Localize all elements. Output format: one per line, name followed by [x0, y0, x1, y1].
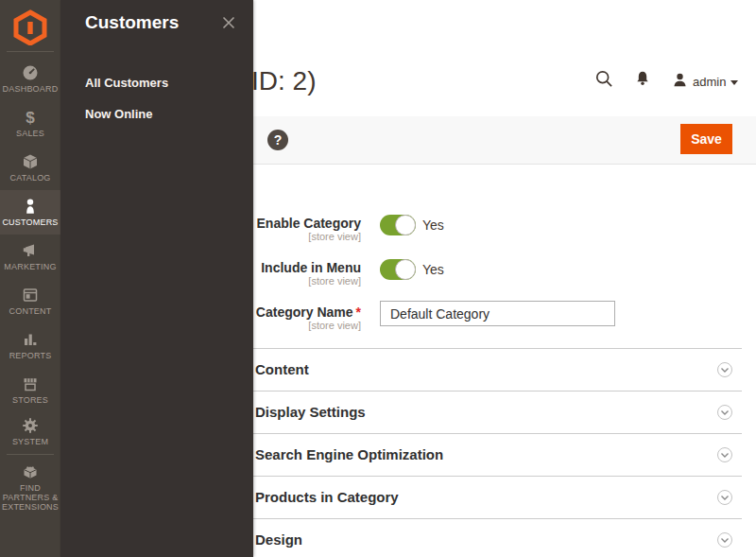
flyout-item-all-customers[interactable]: All Customers — [85, 76, 168, 90]
section-label: Design — [255, 531, 302, 548]
flyout-title: Customers — [85, 12, 179, 33]
section-label: Content — [255, 361, 309, 377]
dollar-sales-icon: $ — [22, 109, 39, 126]
section-design[interactable]: Design — [253, 518, 742, 557]
help-button[interactable]: ? — [267, 130, 288, 150]
admin-sidebar: DASHBOARD $ SALES CATALOG CUSTOMERS MARK… — [0, 0, 60, 557]
sidebar-item-label: CONTENT — [9, 306, 52, 316]
include-in-menu-toggle[interactable] — [380, 259, 416, 280]
layout-content-icon — [22, 287, 39, 304]
sidebar-item-label: SALES — [16, 129, 44, 138]
sidebar-item-label: STORES — [12, 395, 48, 405]
customers-flyout-menu: Customers All Customers Now Online — [60, 0, 253, 557]
sidebar-nav: DASHBOARD $ SALES CATALOG CUSTOMERS MARK… — [0, 57, 60, 515]
sidebar-item-marketing[interactable]: MARKETING — [0, 235, 60, 279]
sidebar-item-label: CATALOG — [9, 173, 50, 183]
accordion-sections: Content Display Settings Search Engine O… — [253, 348, 742, 557]
gear-system-icon — [22, 417, 39, 434]
include-in-menu-value: Yes — [422, 262, 444, 277]
sidebar-item-label: SYSTEM — [12, 437, 48, 446]
sidebar-item-catalog[interactable]: CATALOG — [0, 146, 60, 190]
sidebar-item-label: FIND PARTNERS & EXTENSIONS — [0, 483, 60, 512]
sidebar-divider — [7, 454, 54, 455]
sidebar-item-label: REPORTS — [9, 351, 52, 360]
enable-category-value: Yes — [422, 218, 444, 233]
user-avatar-icon — [672, 72, 688, 92]
section-search-engine-optimization[interactable]: Search Engine Optimization — [253, 433, 742, 476]
person-customers-icon — [22, 198, 39, 215]
sidebar-item-find-partners[interactable]: FIND PARTNERS & EXTENSIONS — [0, 459, 60, 515]
section-products-in-category[interactable]: Products in Category — [253, 476, 742, 518]
svg-text:$: $ — [26, 109, 35, 126]
enable-category-toggle[interactable] — [380, 215, 416, 235]
save-button[interactable]: Save — [680, 124, 732, 154]
sidebar-divider — [7, 51, 54, 52]
chevron-down-circle-icon[interactable] — [717, 490, 732, 505]
close-icon[interactable] — [221, 15, 236, 30]
sidebar-item-dashboard[interactable]: DASHBOARD — [0, 57, 60, 101]
magento-admin-screen: ID: 2) admin ? Save Enable Category [sto… — [0, 0, 756, 557]
chevron-down-icon — [730, 80, 738, 85]
search-icon[interactable] — [595, 70, 613, 92]
page-title: ID: 2) — [251, 66, 316, 96]
cube-catalog-icon — [22, 153, 39, 170]
magento-logo[interactable] — [0, 0, 60, 49]
chevron-down-circle-icon[interactable] — [717, 405, 732, 420]
storefront-stores-icon — [22, 375, 39, 392]
required-asterisk: * — [356, 305, 361, 320]
sidebar-item-label: MARKETING — [4, 262, 56, 271]
admin-user-label: admin — [693, 75, 726, 89]
section-display-settings[interactable]: Display Settings — [253, 391, 742, 433]
sidebar-item-reports[interactable]: REPORTS — [0, 323, 60, 368]
chevron-down-circle-icon[interactable] — [717, 447, 732, 462]
bar-chart-reports-icon — [22, 331, 39, 348]
notifications-bell-icon[interactable] — [634, 70, 651, 91]
chevron-down-circle-icon[interactable] — [717, 532, 732, 548]
chevron-down-circle-icon[interactable] — [717, 362, 732, 377]
sidebar-item-label: CUSTOMERS — [2, 218, 58, 227]
sidebar-item-content[interactable]: CONTENT — [0, 279, 60, 323]
section-label: Display Settings — [255, 404, 366, 420]
section-label: Search Engine Optimization — [255, 446, 443, 462]
toggle-knob — [395, 259, 416, 280]
brick-partners-icon — [22, 463, 39, 480]
admin-user-menu[interactable]: admin — [672, 72, 738, 92]
sidebar-item-system[interactable]: SYSTEM — [0, 412, 60, 450]
sidebar-item-customers[interactable]: CUSTOMERS — [0, 190, 60, 235]
section-content[interactable]: Content — [253, 348, 742, 391]
sidebar-item-label: DASHBOARD — [3, 84, 59, 94]
category-name-input[interactable] — [380, 301, 615, 326]
flyout-item-now-online[interactable]: Now Online — [85, 107, 153, 121]
section-label: Products in Category — [255, 489, 399, 505]
sidebar-item-stores[interactable]: STORES — [0, 368, 60, 412]
sidebar-item-sales[interactable]: $ SALES — [0, 101, 60, 146]
dashboard-icon — [22, 64, 39, 81]
megaphone-marketing-icon — [22, 242, 39, 259]
toggle-knob — [395, 215, 416, 235]
